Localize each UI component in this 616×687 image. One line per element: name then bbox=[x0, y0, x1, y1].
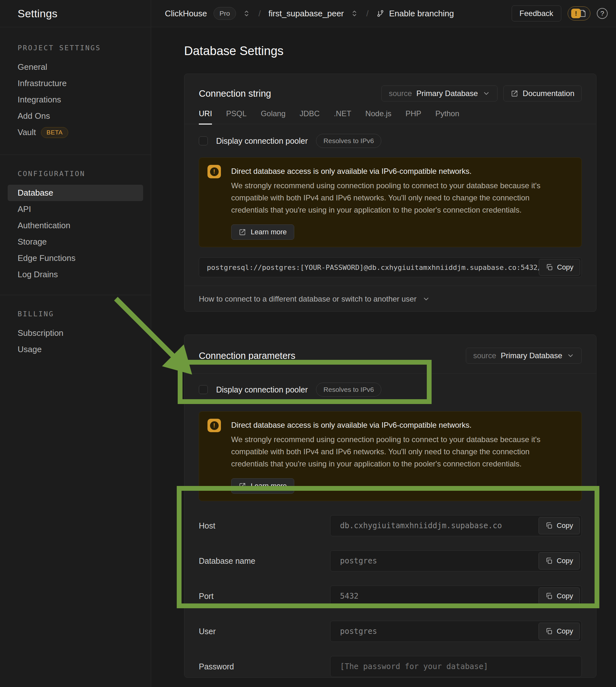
field-row-host: Host db.cxhygiuitamxhniiddjm.supabase.co… bbox=[199, 515, 582, 536]
chevron-down-icon bbox=[422, 295, 430, 303]
sidebar-item-vault[interactable]: Vault BETA bbox=[8, 124, 143, 140]
sidebar-item-general[interactable]: General bbox=[8, 59, 143, 75]
tab-php[interactable]: PHP bbox=[405, 109, 421, 124]
section-heading-configuration: CONFIGURATION bbox=[8, 170, 143, 178]
field-label-database-name: Database name bbox=[199, 556, 330, 566]
sidebar-item-label: General bbox=[18, 62, 47, 72]
password-input[interactable]: [The password for your database] bbox=[330, 656, 582, 677]
plan-badge[interactable]: Pro bbox=[214, 7, 236, 20]
sidebar-item-storage[interactable]: Storage bbox=[8, 234, 143, 250]
tab-psql[interactable]: PSQL bbox=[226, 109, 246, 124]
external-link-icon bbox=[239, 228, 246, 236]
tab-python[interactable]: Python bbox=[435, 109, 459, 124]
source-prefix-label: source bbox=[389, 89, 412, 98]
copy-port-button[interactable]: Copy bbox=[538, 588, 580, 605]
source-value: Primary Database bbox=[416, 89, 478, 98]
pooler-label: Display connection pooler bbox=[216, 136, 308, 146]
chevron-down-icon bbox=[483, 90, 490, 97]
sidebar-item-edge-functions[interactable]: Edge Functions bbox=[8, 250, 143, 266]
connection-uri-field[interactable]: postgresql://postgres:[YOUR-PASSWORD]@db… bbox=[199, 258, 582, 277]
copy-uri-button[interactable]: Copy bbox=[539, 259, 580, 275]
field-row-database-name: Database name postgres Copy bbox=[199, 550, 582, 572]
database-name-input[interactable]: postgres Copy bbox=[330, 550, 582, 572]
tab-golang[interactable]: Golang bbox=[261, 109, 285, 124]
tab-jdbc[interactable]: JDBC bbox=[300, 109, 320, 124]
sidebar-section-configuration: CONFIGURATION Database API Authenticatio… bbox=[0, 170, 151, 283]
sidebar-section-billing: BILLING Subscription Usage bbox=[0, 310, 151, 358]
copy-label: Copy bbox=[557, 263, 573, 271]
warning-body: We strongly recommend using connection p… bbox=[231, 434, 554, 470]
feedback-button[interactable]: Feedback bbox=[512, 5, 561, 21]
enable-branching-button[interactable]: Enable branching bbox=[376, 9, 454, 19]
learn-more-button[interactable]: Learn more bbox=[231, 224, 294, 240]
learn-more-button[interactable]: Learn more bbox=[231, 478, 294, 494]
sidebar-item-infrastructure[interactable]: Infrastructure bbox=[8, 75, 143, 92]
ipv6-badge: Resolves to IPv6 bbox=[316, 134, 381, 148]
copy-icon bbox=[546, 264, 553, 271]
sidebar-item-add-ons[interactable]: Add Ons bbox=[8, 108, 143, 124]
source-selector[interactable]: source Primary Database bbox=[466, 348, 582, 364]
password-placeholder: [The password for your database] bbox=[340, 662, 488, 671]
project-selector-icon[interactable] bbox=[350, 9, 358, 18]
copy-label: Copy bbox=[557, 592, 573, 600]
sidebar-item-label: Log Drains bbox=[18, 269, 58, 280]
alert-badge-icon: ! bbox=[571, 9, 581, 18]
sidebar-divider bbox=[0, 295, 151, 295]
copy-icon bbox=[545, 522, 553, 530]
settings-sidebar: PROJECT SETTINGS General Infrastructure … bbox=[0, 27, 151, 687]
field-label-port: Port bbox=[199, 592, 330, 601]
copy-icon bbox=[545, 557, 553, 565]
warning-title: Direct database access is only available… bbox=[231, 167, 554, 176]
page-heading: Database Settings bbox=[184, 44, 284, 58]
breadcrumb-project[interactable]: first_supabase_peer bbox=[268, 9, 344, 19]
documentation-button[interactable]: Documentation bbox=[503, 86, 582, 102]
connection-help-expander[interactable]: How to connect to a different database o… bbox=[184, 286, 596, 312]
host-value: db.cxhygiuitamxhniiddjm.supabase.co bbox=[340, 521, 502, 530]
chevron-down-icon bbox=[567, 352, 574, 359]
sidebar-item-log-drains[interactable]: Log Drains bbox=[8, 266, 143, 283]
host-input[interactable]: db.cxhygiuitamxhniiddjm.supabase.co Copy bbox=[330, 515, 582, 536]
notifications-button[interactable]: ! bbox=[568, 6, 590, 21]
pooler-checkbox[interactable] bbox=[199, 136, 208, 145]
sidebar-item-api[interactable]: API bbox=[8, 201, 143, 217]
tab-dotnet[interactable]: .NET bbox=[334, 109, 351, 124]
warning-title: Direct database access is only available… bbox=[231, 421, 554, 429]
learn-more-label: Learn more bbox=[251, 228, 287, 236]
copy-label: Copy bbox=[557, 627, 573, 636]
field-row-password: Password [The password for your database… bbox=[199, 656, 582, 677]
sidebar-item-authentication[interactable]: Authentication bbox=[8, 217, 143, 234]
user-input[interactable]: postgres Copy bbox=[330, 621, 582, 642]
connection-parameters-card: Connection parameters source Primary Dat… bbox=[184, 335, 596, 678]
connection-help-label: How to connect to a different database o… bbox=[199, 294, 417, 304]
org-selector-icon[interactable] bbox=[242, 9, 251, 18]
pooler-label: Display connection pooler bbox=[216, 385, 308, 394]
breadcrumb-org[interactable]: ClickHouse bbox=[165, 9, 207, 19]
sidebar-item-label: Infrastructure bbox=[18, 79, 67, 88]
connection-string-card: Connection string source Primary Databas… bbox=[184, 74, 596, 312]
sidebar-item-label: Add Ons bbox=[18, 111, 50, 121]
port-input[interactable]: 5432 Copy bbox=[330, 585, 582, 607]
sidebar-item-label: Integrations bbox=[18, 95, 61, 105]
tab-nodejs[interactable]: Node.js bbox=[365, 109, 391, 124]
pooler-checkbox[interactable] bbox=[199, 385, 208, 394]
copy-database-name-button[interactable]: Copy bbox=[538, 552, 580, 570]
copy-host-button[interactable]: Copy bbox=[538, 517, 580, 534]
sidebar-item-label: Storage bbox=[18, 237, 47, 247]
sidebar-item-label: Vault bbox=[18, 127, 36, 137]
warning-body: We strongly recommend using connection p… bbox=[231, 180, 554, 216]
sidebar-item-database[interactable]: Database bbox=[8, 185, 143, 201]
sidebar-item-usage[interactable]: Usage bbox=[8, 341, 143, 358]
field-label-user: User bbox=[199, 627, 330, 636]
ipv6-warning-callout: ! Direct database access is only availab… bbox=[199, 412, 582, 501]
sidebar-section-project-settings: PROJECT SETTINGS General Infrastructure … bbox=[0, 44, 151, 140]
tab-uri[interactable]: URI bbox=[199, 109, 212, 125]
help-icon[interactable]: ? bbox=[597, 8, 608, 19]
sidebar-item-integrations[interactable]: Integrations bbox=[8, 92, 143, 108]
copy-user-button[interactable]: Copy bbox=[538, 623, 580, 640]
sidebar-item-label: Authentication bbox=[18, 221, 70, 230]
sidebar-item-subscription[interactable]: Subscription bbox=[8, 325, 143, 341]
source-selector[interactable]: source Primary Database bbox=[381, 86, 497, 102]
alert-icon: ! bbox=[207, 165, 221, 178]
field-label-host: Host bbox=[199, 521, 330, 530]
sidebar-divider bbox=[0, 155, 151, 155]
